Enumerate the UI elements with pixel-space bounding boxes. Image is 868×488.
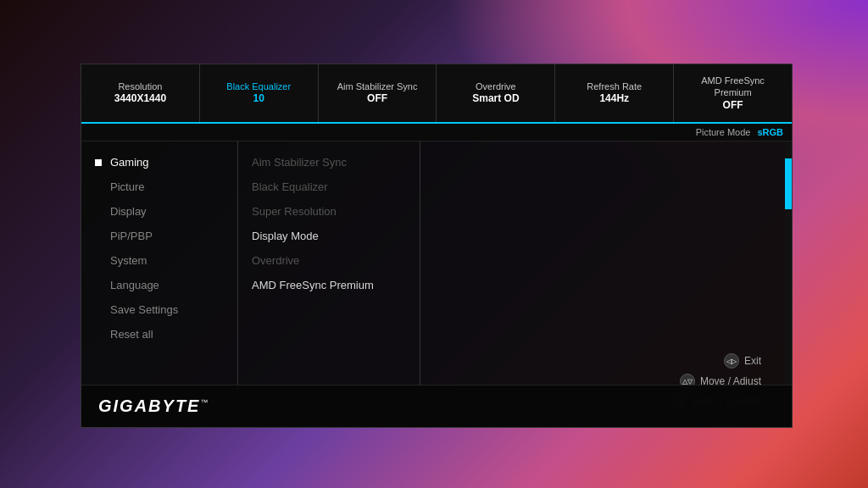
main-content: GamingPictureDisplayPiP/PBPSystemLanguag… (81, 141, 792, 426)
nav-item-save-settings[interactable]: Save Settings (81, 297, 237, 322)
menu-item-amd-freesync-premium[interactable]: AMD FreeSync Premium (238, 273, 420, 297)
status-value: 144Hz (599, 92, 629, 106)
active-indicator (95, 159, 102, 166)
status-label: Refresh Rate (587, 80, 642, 92)
nav-item-label: Save Settings (110, 303, 178, 316)
menu-item-aim-stabilizer-sync: Aim Stabilizer Sync (238, 150, 420, 175)
status-item: AMD FreeSyncPremiumOFF (674, 64, 792, 122)
picture-mode-value: sRGB (757, 127, 783, 137)
status-item: Refresh Rate144Hz (555, 64, 674, 122)
picture-mode-label: Picture Mode (696, 127, 751, 137)
nav-item-picture[interactable]: Picture (81, 175, 237, 199)
status-item: Black Equalizer10 (200, 64, 319, 122)
status-label: Black Equalizer (226, 80, 291, 92)
nav-item-system[interactable]: System (81, 248, 237, 273)
control-label: Exit (744, 355, 761, 367)
menu-item-display-mode[interactable]: Display Mode (238, 224, 420, 248)
status-label: Aim Stabilizer Sync (337, 80, 418, 92)
nav-item-label: Gaming (110, 156, 149, 169)
status-item: OverdriveSmart OD (437, 64, 555, 122)
scrollbar-track[interactable] (785, 141, 792, 426)
status-label: Overdrive (476, 80, 516, 92)
nav-item-label: Picture (110, 180, 144, 193)
status-item: Resolution3440X1440 (81, 64, 200, 122)
trademark-symbol: ™ (200, 398, 209, 407)
status-value: Smart OD (472, 92, 519, 106)
status-label: AMD FreeSync (701, 75, 765, 86)
menu-item-super-resolution: Super Resolution (238, 199, 420, 224)
osd-window: Resolution3440X1440Black Equalizer10Aim … (81, 64, 793, 428)
status-item: Aim Stabilizer SyncOFF (319, 64, 437, 122)
nav-item-display[interactable]: Display (81, 199, 237, 224)
status-value: OFF (723, 99, 743, 113)
control-item: ◁▷Exit (724, 353, 761, 369)
scrollbar-thumb (785, 158, 792, 209)
status-value: 10 (253, 92, 264, 106)
logo-bar: GIGABYTE™ (81, 385, 792, 427)
gigabyte-logo: GIGABYTE™ (98, 396, 209, 416)
nav-item-label: System (110, 254, 147, 267)
nav-item-pip/pbp[interactable]: PiP/PBP (81, 224, 237, 248)
status-label: Premium (715, 86, 752, 98)
right-panel: ◁▷Exit△▽Move / Adjust●Enter / Confirm (420, 141, 792, 426)
left-nav: GamingPictureDisplayPiP/PBPSystemLanguag… (81, 141, 238, 426)
nav-item-gaming[interactable]: Gaming (81, 150, 237, 175)
nav-item-label: Reset all (110, 328, 153, 341)
control-icon: ◁▷ (724, 353, 739, 369)
status-bar: Resolution3440X1440Black Equalizer10Aim … (81, 64, 792, 124)
nav-item-language[interactable]: Language (81, 273, 237, 297)
nav-item-label: Display (110, 205, 147, 218)
status-value: OFF (367, 92, 387, 106)
status-value: 3440X1440 (114, 92, 166, 106)
nav-item-label: Language (110, 279, 159, 291)
nav-item-label: PiP/PBP (110, 230, 153, 242)
picture-mode-bar: Picture Mode sRGB (81, 124, 792, 141)
middle-menu: Aim Stabilizer SyncBlack EqualizerSuper … (238, 141, 420, 426)
status-label: Resolution (118, 80, 162, 92)
menu-item-black-equalizer: Black Equalizer (238, 175, 420, 199)
nav-item-reset-all[interactable]: Reset all (81, 322, 237, 347)
menu-item-overdrive: Overdrive (238, 248, 420, 273)
